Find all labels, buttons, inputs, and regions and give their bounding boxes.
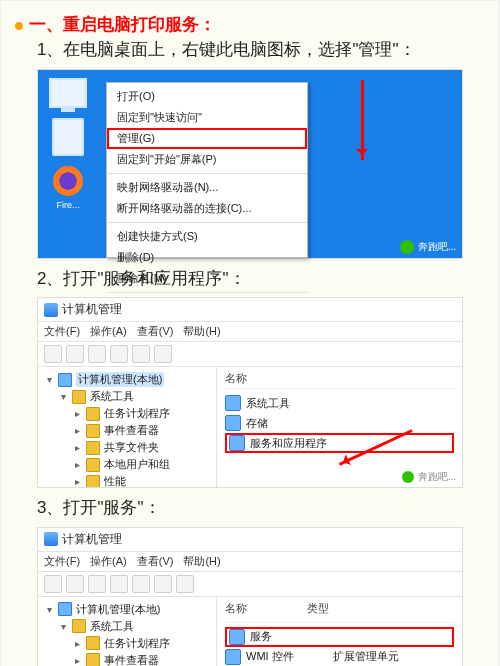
col-name[interactable]: 名称 [225,601,247,618]
tool-props-icon[interactable] [110,575,128,593]
recycle-bin-icon[interactable] [52,118,84,156]
tree-event-viewer[interactable]: ▸事件查看器 [72,422,214,439]
watermark: 奔跑吧... [400,240,456,254]
row-services[interactable]: 服务 [225,627,454,647]
ctx-pin-quick[interactable]: 固定到"快速访问" [107,107,307,128]
menu-action[interactable]: 操作(A) [90,554,127,569]
menu-file[interactable]: 文件(F) [44,324,80,339]
tool-up-icon[interactable] [88,345,106,363]
menu-view[interactable]: 查看(V) [137,324,174,339]
tool-export-icon[interactable] [154,575,172,593]
screenshot-3: 计算机管理 文件(F) 操作(A) 查看(V) 帮助(H) ▾计算机管理(本地)… [37,527,463,666]
mmc-icon [44,532,58,546]
tree-perf[interactable]: ▸性能 [72,473,214,487]
watermark: 奔跑吧... [402,470,456,484]
col-type[interactable]: 类型 [307,601,329,618]
section-heading: 一、重启电脑打印服务： [29,13,216,36]
tree-task-sched[interactable]: ▸任务计划程序 [72,635,214,652]
tool-fwd-icon[interactable] [66,575,84,593]
ctx-shortcut[interactable]: 创建快捷方式(S) [107,226,307,247]
tool-back-icon[interactable] [44,575,62,593]
context-menu: 打开(O) 固定到"快速访问" 管理(G) 固定到"开始"屏幕(P) 映射网络驱… [106,82,308,258]
ctx-sep [107,292,307,293]
this-pc-icon[interactable] [49,78,87,108]
menu-action[interactable]: 操作(A) [90,324,127,339]
row-storage[interactable]: 存储 [225,413,454,433]
tool-props-icon[interactable] [110,345,128,363]
content-pane: 名称 类型 服务 WMI 控件扩展管理单元 奔跑吧... [217,597,462,666]
tool-fwd-icon[interactable] [66,345,84,363]
wechat-icon [400,240,414,254]
ctx-delete[interactable]: 删除(D) [107,247,307,268]
window-title: 计算机管理 [62,531,122,548]
tool-help-icon[interactable] [176,575,194,593]
screenshot-1: Fire... 打开(O) 固定到"快速访问" 管理(G) 固定到"开始"屏幕(… [37,69,463,259]
ctx-disconnect[interactable]: 断开网络驱动器的连接(C)... [107,198,307,219]
ctx-manage[interactable]: 管理(G) [107,128,307,149]
menu-view[interactable]: 查看(V) [137,554,174,569]
tree-task-sched[interactable]: ▸任务计划程序 [72,405,214,422]
firefox-label: Fire... [56,200,79,210]
menu-help[interactable]: 帮助(H) [183,324,220,339]
ctx-sep [107,173,307,174]
tool-back-icon[interactable] [44,345,62,363]
screenshot-2: 计算机管理 文件(F) 操作(A) 查看(V) 帮助(H) ▾计算机管理(本地)… [37,297,463,488]
row-services-apps[interactable]: 服务和应用程序 [225,433,454,453]
window-titlebar: 计算机管理 [38,298,462,322]
menu-bar: 文件(F) 操作(A) 查看(V) 帮助(H) [38,552,462,572]
tree-root[interactable]: ▾计算机管理(本地) [44,601,214,618]
toolbar [38,342,462,367]
bullet-icon [15,22,23,30]
toolbar [38,572,462,597]
tree-sys-tools[interactable]: ▾系统工具 [58,618,214,635]
window-titlebar: 计算机管理 [38,528,462,552]
ctx-open[interactable]: 打开(O) [107,86,307,107]
watermark-text: 奔跑吧... [418,240,456,254]
wechat-icon [402,471,414,483]
row-wmi[interactable]: WMI 控件扩展管理单元 [225,647,454,666]
tree-event-viewer[interactable]: ▸事件查看器 [72,652,214,666]
col-name[interactable]: 名称 [225,371,454,389]
tree-shared[interactable]: ▸共享文件夹 [72,439,214,456]
tree-root[interactable]: ▾计算机管理(本地) [44,371,214,388]
window-title: 计算机管理 [62,301,122,318]
menu-file[interactable]: 文件(F) [44,554,80,569]
nav-tree: ▾计算机管理(本地) ▾系统工具 ▸任务计划程序 ▸事件查看器 ▸共享文件夹 ▸… [38,597,217,666]
tool-refresh-icon[interactable] [132,345,150,363]
ctx-rename[interactable]: 重命名(M) [107,268,307,289]
tool-refresh-icon[interactable] [132,575,150,593]
mmc-icon [44,303,58,317]
tool-help-icon[interactable] [154,345,172,363]
tree-users[interactable]: ▸本地用户和组 [72,456,214,473]
menu-help[interactable]: 帮助(H) [183,554,220,569]
row-sys-tools[interactable]: 系统工具 [225,393,454,413]
step-1-text: 1、在电脑桌面上，右键此电脑图标，选择"管理"： [37,38,485,63]
nav-tree: ▾计算机管理(本地) ▾系统工具 ▸任务计划程序 ▸事件查看器 ▸共享文件夹 ▸… [38,367,217,487]
tree-sys-tools[interactable]: ▾系统工具 [58,388,214,405]
tool-up-icon[interactable] [88,575,106,593]
annotation-arrow-icon [361,80,364,160]
ctx-pin-start[interactable]: 固定到"开始"屏幕(P) [107,149,307,170]
content-pane: 名称 系统工具 存储 服务和应用程序 奔跑吧... [217,367,462,487]
ctx-sep [107,222,307,223]
step-3-text: 3、打开"服务"： [37,496,485,521]
firefox-icon[interactable] [53,166,83,196]
menu-bar: 文件(F) 操作(A) 查看(V) 帮助(H) [38,322,462,342]
ctx-map-drive[interactable]: 映射网络驱动器(N)... [107,177,307,198]
